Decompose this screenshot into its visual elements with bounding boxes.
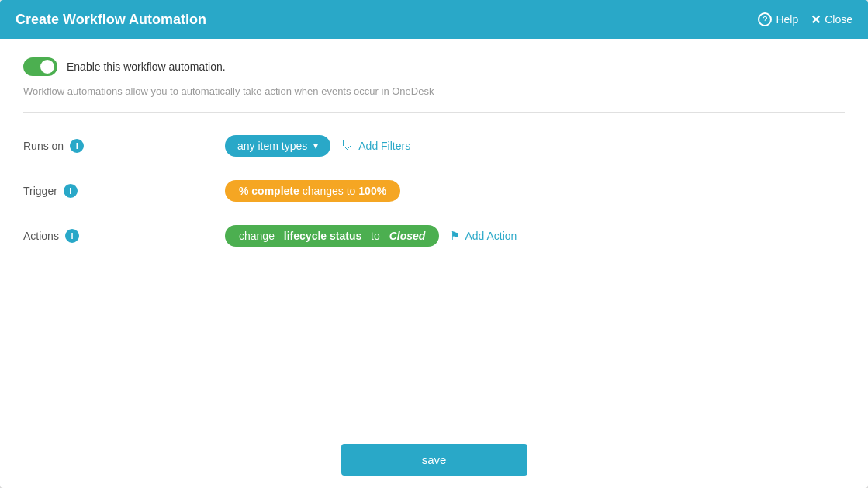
runs-on-row: Runs on i any item types ▾ ⛉ Add Filters <box>23 135 845 157</box>
item-types-dropdown[interactable]: any item types ▾ <box>225 135 330 157</box>
enable-row: Enable this workflow automation. <box>23 57 845 76</box>
close-button[interactable]: ✕ Close <box>811 12 852 27</box>
runs-on-info-icon[interactable]: i <box>70 139 84 153</box>
help-label: Help <box>776 13 798 26</box>
filter-icon: ⛉ <box>341 139 354 153</box>
runs-on-label: Runs on <box>23 140 64 152</box>
help-icon: ? <box>758 12 772 26</box>
flag-icon: ⚑ <box>450 229 460 243</box>
header-actions: ? Help ✕ Close <box>758 12 852 27</box>
action-value: Closed <box>389 230 426 242</box>
action-prefix: change <box>239 230 275 242</box>
runs-on-content: any item types ▾ ⛉ Add Filters <box>225 135 845 157</box>
trigger-connector: changes to <box>303 185 356 197</box>
actions-info-icon[interactable]: i <box>65 229 79 243</box>
close-label: Close <box>825 13 852 26</box>
trigger-pill[interactable]: % complete changes to 100% <box>225 180 400 202</box>
actions-content: change lifecycle status to Closed ⚑ Add … <box>225 225 845 247</box>
modal-header: Create Workflow Automation ? Help ✕ Clos… <box>0 0 868 39</box>
add-filters-label: Add Filters <box>358 140 410 152</box>
action-connector: to <box>371 230 380 242</box>
trigger-value: 100% <box>358 185 386 197</box>
action-field: lifecycle status <box>284 230 361 242</box>
modal-content: Enable this workflow automation. Workflo… <box>0 39 868 431</box>
add-filters-button[interactable]: ⛉ Add Filters <box>341 139 410 153</box>
trigger-label: Trigger <box>23 185 57 197</box>
action-pill[interactable]: change lifecycle status to Closed <box>225 225 439 247</box>
add-action-label: Add Action <box>465 230 517 242</box>
item-types-label: any item types <box>237 140 307 152</box>
trigger-content: % complete changes to 100% <box>225 180 845 202</box>
runs-on-label-group: Runs on i <box>23 139 124 153</box>
save-button[interactable]: save <box>341 444 527 476</box>
enable-label: Enable this workflow automation. <box>67 61 226 73</box>
divider <box>23 112 845 113</box>
modal-create-workflow: Create Workflow Automation ? Help ✕ Clos… <box>0 0 868 488</box>
help-button[interactable]: ? Help <box>758 12 798 26</box>
add-action-button[interactable]: ⚑ Add Action <box>450 229 517 243</box>
actions-label-group: Actions i <box>23 229 124 243</box>
chevron-down-icon: ▾ <box>313 140 318 151</box>
close-icon: ✕ <box>811 12 821 27</box>
trigger-field: % complete <box>239 185 299 197</box>
description-text: Workflow automations allow you to automa… <box>23 85 845 97</box>
actions-row: Actions i change lifecycle status to Clo… <box>23 225 845 247</box>
actions-label: Actions <box>23 230 59 242</box>
trigger-row: Trigger i % complete changes to 100% <box>23 180 845 202</box>
trigger-label-group: Trigger i <box>23 184 124 198</box>
modal-title: Create Workflow Automation <box>16 12 206 28</box>
trigger-info-icon[interactable]: i <box>64 184 78 198</box>
modal-footer: save <box>0 431 868 488</box>
enable-toggle[interactable] <box>23 57 57 76</box>
